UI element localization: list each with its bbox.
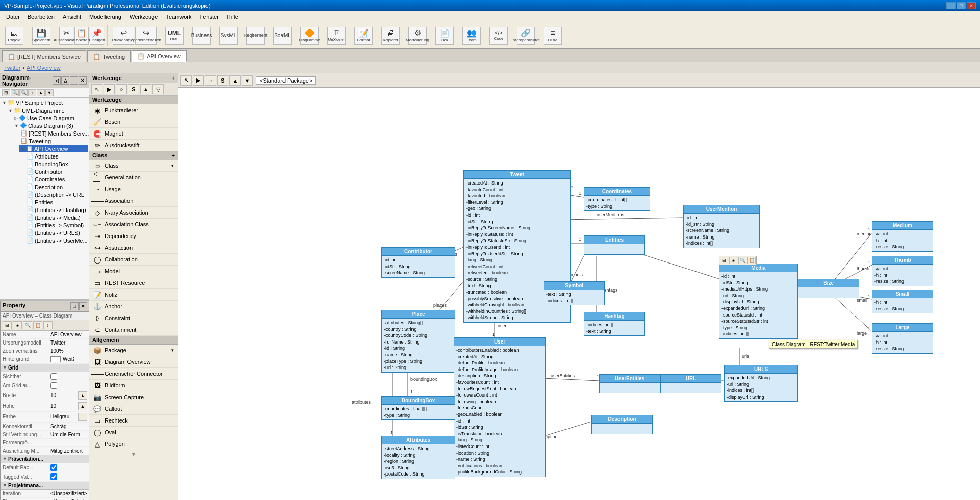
tree-ent-user[interactable]: 📄 (Entities -> UserMe...: [25, 236, 88, 244]
tool-generic-connector[interactable]: —— Generischer Connector: [89, 368, 178, 380]
class-place[interactable]: Place -attributes : String[] -country : …: [381, 310, 455, 373]
class-user-entities[interactable]: UserEntities: [599, 374, 660, 393]
nav-mini-3[interactable]: 🔍: [19, 89, 28, 96]
diagrams-button[interactable]: 🔶 Diagramme: [300, 27, 319, 45]
tool-anchor[interactable]: ⚓ Anchor: [89, 301, 178, 312]
tree-coordinates[interactable]: 📄 Coordinates: [25, 175, 88, 183]
tool-collaboration[interactable]: ◯ Collaboration: [89, 254, 178, 266]
tool-screen-capture[interactable]: 📷 Screen Capture: [89, 391, 178, 403]
prop-grid-section[interactable]: ▼ Grid: [1, 364, 89, 372]
tool-oval[interactable]: ◯ Oval: [89, 427, 178, 438]
soaml-button[interactable]: SoaML: [273, 27, 292, 45]
nav-btn-2[interactable]: △: [61, 76, 69, 85]
close-button[interactable]: ✕: [967, 2, 976, 9]
tree-ent-media[interactable]: 📄 (Entities -> Media): [25, 214, 88, 221]
menu-werkzeuge[interactable]: Werkzeuge: [125, 13, 162, 21]
tree-description[interactable]: 📄 Description: [25, 183, 88, 191]
class-urls[interactable]: URLS -expandedUrl : String -url : String…: [724, 365, 798, 402]
tool-usage[interactable]: ··· Usage: [89, 183, 178, 195]
prop-defpac-checkbox[interactable]: [50, 464, 57, 471]
uexceler-button[interactable]: F UeXceler: [327, 27, 346, 45]
tool-bildform[interactable]: 🖼 Bildform: [89, 380, 178, 391]
tab-tweeting[interactable]: 📋 Tweeting: [87, 50, 131, 62]
requirement-button[interactable]: Reqirement: [246, 27, 265, 45]
prop-tool-2[interactable]: ◈: [13, 321, 22, 329]
prop-projman-section[interactable]: ▼ Projektmana...: [1, 482, 89, 490]
tool-punktradierer[interactable]: ◉ Punktradierer: [89, 104, 178, 116]
nav-mini-1[interactable]: ⊞: [2, 89, 10, 96]
diag-s-btn[interactable]: S: [128, 84, 139, 94]
class-url[interactable]: URL: [660, 374, 721, 393]
prop-width-inc[interactable]: ▲: [78, 391, 87, 400]
tool-panel-plus[interactable]: +: [172, 75, 175, 81]
tool-association[interactable]: —— Association: [89, 195, 178, 207]
cut-button[interactable]: ✂ Ausschneiden: [59, 27, 73, 45]
tree-ent-hashtag[interactable]: 📄 (Entities -> Hashtag): [25, 206, 88, 214]
diag-play-btn[interactable]: ▶: [104, 84, 115, 94]
kopierer-button[interactable]: 🖨 Kopierer: [381, 27, 400, 45]
tool-section-class[interactable]: Class +: [89, 151, 178, 160]
media-tool-2[interactable]: ◈: [729, 257, 737, 264]
maximize-button[interactable]: □: [957, 2, 966, 9]
media-tool-1[interactable]: ⊞: [720, 257, 728, 264]
tool-rechteck[interactable]: ▭ Rechteck: [89, 415, 178, 427]
tool-class[interactable]: ▭ Class ▾: [89, 160, 178, 172]
class-user-mention[interactable]: UserMention -id : int -id_str : String -…: [683, 205, 760, 248]
tool-dependency[interactable]: ⊸ Dependency: [89, 230, 178, 242]
class-coordinates[interactable]: Coordinates -coordinates : float[] -type…: [584, 187, 650, 211]
breadcrumb-api-overview[interactable]: API Overview: [27, 65, 61, 71]
class-small[interactable]: Small -h : int -resize : String: [872, 290, 933, 313]
business-button[interactable]: Business: [192, 27, 211, 45]
dok-button[interactable]: 📄 Dok: [435, 27, 454, 45]
diag-circle-btn[interactable]: ○: [116, 84, 127, 94]
orm-button[interactable]: ≡ ORM: [544, 27, 562, 45]
tree-entities[interactable]: 📄 Entities: [25, 198, 88, 206]
menu-ansicht[interactable]: Ansicht: [59, 13, 85, 21]
class-size[interactable]: Size: [798, 279, 859, 298]
class-large[interactable]: Large -w : int -h : int -resize : String: [872, 323, 933, 354]
class-user[interactable]: User -contributorsEnabled : boolean -cre…: [454, 337, 546, 477]
tool-rest-resource[interactable]: ▭ REST Resource: [89, 277, 178, 289]
nav-btn-1[interactable]: ◁: [53, 76, 61, 85]
tool-model[interactable]: ▭ Model: [89, 266, 178, 277]
prop-tool-3[interactable]: 🔍: [23, 321, 32, 329]
diag-inner-3[interactable]: ○: [205, 75, 216, 86]
prop-btn-dock[interactable]: □: [70, 302, 79, 310]
diag-inner-4[interactable]: S: [217, 75, 228, 86]
sysml-button[interactable]: SysML: [219, 27, 238, 45]
class-hashtag[interactable]: Hashtag -indices : int[] -text : String: [584, 312, 645, 336]
tree-uml-diagramme[interactable]: ▼ 📁 UML-Diagramme: [7, 107, 88, 114]
prop-tool-1[interactable]: ⊞: [3, 321, 12, 329]
tree-ent-urls[interactable]: 📄 (Entities -> URLS): [25, 229, 88, 236]
prop-color-picker[interactable]: …: [78, 413, 87, 421]
prop-visible-checkbox[interactable]: [50, 373, 57, 380]
tab-api-overview[interactable]: 📋 API Overview: [132, 50, 187, 62]
tool-package[interactable]: 📦 Package ▾: [89, 345, 178, 356]
tree-classdiagram[interactable]: ▼ 🔷 Class Diagram (3): [13, 122, 88, 129]
tree-ent-symbol[interactable]: 📄 (Entities -> Symbol): [25, 221, 88, 229]
class-thumb[interactable]: Thumb -w : int -h : int -resize : String: [872, 256, 933, 286]
tree-desc-url[interactable]: 📄 (Description -> URL: [25, 191, 88, 198]
class-description[interactable]: Description: [591, 415, 653, 434]
prop-bg-swatch[interactable]: [50, 356, 61, 362]
prop-snap-checkbox[interactable]: [50, 382, 57, 389]
prop-tool-5[interactable]: ↕: [43, 321, 53, 329]
class-entities[interactable]: Entities: [584, 235, 645, 255]
class-contributor[interactable]: Contributor -id : int -idStr : String -s…: [381, 247, 455, 278]
project-button[interactable]: 🗂 Projekt: [5, 27, 23, 45]
tool-section-werkzeuge[interactable]: Werkzeuge: [89, 96, 178, 104]
menu-datei[interactable]: Datei: [2, 13, 23, 21]
diag-inner-6[interactable]: ▼: [242, 75, 253, 86]
menu-bearbeiten[interactable]: Bearbeiten: [23, 13, 59, 21]
tool-diagram-overview[interactable]: 🖼 Diagram Overview: [89, 356, 178, 368]
nav-mini-6[interactable]: ▼: [45, 89, 54, 96]
canvas[interactable]: coordinates 1 entities 1 contributors * …: [178, 88, 980, 500]
tool-notiz[interactable]: 📝 Notiz: [89, 289, 178, 301]
tree-vp-sample-project[interactable]: ▼ 📁 VP Sample Project: [1, 99, 88, 107]
class-bounding-box[interactable]: BoundingBox -coordinates : float[][] -ty…: [381, 396, 455, 420]
interop-button[interactable]: 🔗 Interoperabilität: [517, 27, 535, 45]
tool-abstraction[interactable]: ⊶ Abstraction: [89, 242, 178, 254]
tool-callout[interactable]: 💬 Callout: [89, 403, 178, 415]
tree-tweeting[interactable]: 📋 Tweeting: [19, 137, 88, 145]
breadcrumb-twitter[interactable]: Twitter: [4, 65, 20, 71]
